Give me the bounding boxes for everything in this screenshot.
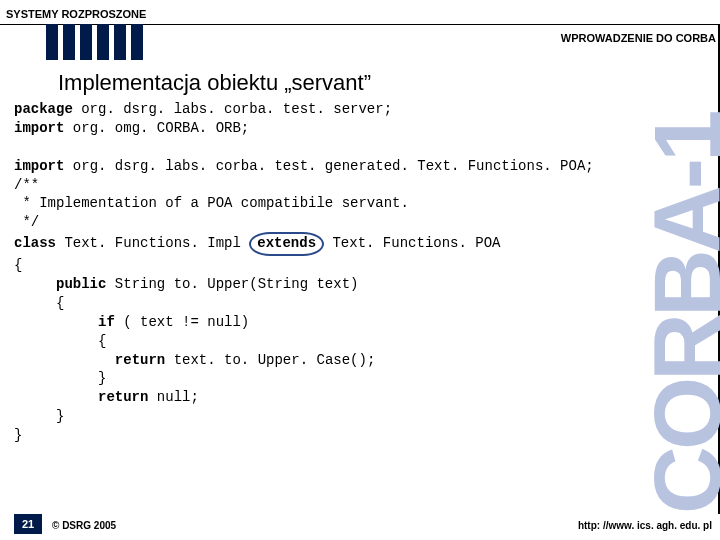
highlight-extends: extends <box>249 232 324 256</box>
slide-footer: 21 © DSRG 2005 http: //www. ics. agh. ed… <box>0 514 720 540</box>
import-line-1: org. omg. CORBA. ORB; <box>64 120 249 136</box>
brace-open: { <box>56 295 64 311</box>
keyword-public: public <box>56 276 106 292</box>
return-value-2: null; <box>148 389 198 405</box>
slide-header: SYSTEMY ROZPROSZONE WPROWADZENIE DO CORB… <box>0 0 720 58</box>
import-line-2: org. dsrg. labs. corba. test. generated.… <box>64 158 593 174</box>
brace-open: { <box>98 333 106 349</box>
method-signature: String to. Upper(String text) <box>106 276 358 292</box>
course-title: SYSTEMY ROZPROSZONE <box>6 8 146 20</box>
keyword-import: import <box>14 120 64 136</box>
watermark-text: CORBA-1 <box>646 44 720 514</box>
decorative-bars <box>46 24 143 60</box>
keyword-extends: extends <box>257 235 316 251</box>
comment-body: * Implementation of a POA compatibile se… <box>14 195 409 211</box>
if-condition: ( text != null) <box>115 314 249 330</box>
page-number: 21 <box>14 514 42 534</box>
keyword-package: package <box>14 101 73 117</box>
comment-close: */ <box>14 214 39 230</box>
keyword-return: return <box>98 389 148 405</box>
keyword-if: if <box>98 314 115 330</box>
keyword-return: return <box>115 352 165 368</box>
return-value-1: text. to. Upper. Case(); <box>165 352 375 368</box>
keyword-class: class <box>14 235 56 251</box>
package-line: org. dsrg. labs. corba. test. server; <box>73 101 392 117</box>
brace-open: { <box>14 257 22 273</box>
code-listing: package org. dsrg. labs. corba. test. se… <box>14 100 594 445</box>
brace-close: } <box>14 427 22 443</box>
keyword-import: import <box>14 158 64 174</box>
brace-close: } <box>56 408 64 424</box>
section-subtitle: WPROWADZENIE DO CORBA <box>561 32 716 44</box>
comment-open: /** <box>14 177 39 193</box>
footer-url: http: //www. ics. agh. edu. pl <box>578 520 712 531</box>
brace-close: } <box>98 370 106 386</box>
class-name: Text. Functions. Impl <box>56 235 249 251</box>
extends-name: Text. Functions. POA <box>324 235 500 251</box>
copyright-text: © DSRG 2005 <box>52 520 116 531</box>
slide-title: Implementacja obiektu „servant” <box>58 70 371 96</box>
